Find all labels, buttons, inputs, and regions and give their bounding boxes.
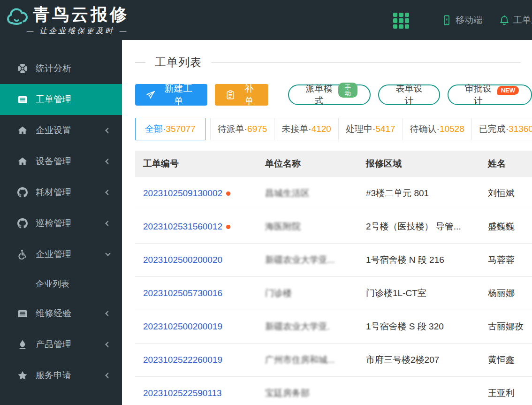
approval-design-button[interactable]: 审批设计 NEW <box>448 84 532 105</box>
table-row: 2023102531560012 海医附院 2号楼（医技楼） 导管... 盛巍巍 <box>135 210 532 244</box>
dispatch-mode-button[interactable]: 派单模式 手动 <box>288 84 371 105</box>
new-badge: NEW <box>497 86 519 95</box>
page-title-row: 工单列表 <box>135 55 521 70</box>
toolbar: 新建工单 补单 派单模式 手动 表单设计 审批设计 NEW <box>122 84 532 106</box>
sidebar-item-label: 产品管理 <box>36 338 71 351</box>
order-number-link[interactable]: 2023102500200019 <box>135 321 257 332</box>
reporter-name: 马蓉蓉 <box>480 254 532 266</box>
repair-area: #3楼二单元 801 <box>358 187 480 199</box>
chevron-left-icon <box>105 373 110 378</box>
sidebar-nav: 统计分析 工单管理 企业设置 设备管理 耗材管理 巡检管理 <box>0 40 122 405</box>
supplement-order-label: 补单 <box>240 82 258 107</box>
filter-label: 处理中 <box>346 123 372 135</box>
filter-tab-unaccepted[interactable]: 未接单·4120 <box>274 118 338 140</box>
sidebar-item-label: 设备管理 <box>36 155 71 168</box>
order-number-link[interactable]: 2023102531560012 <box>135 222 257 232</box>
filter-label: 已完成 <box>479 123 506 135</box>
status-filter-tabs: 全部·357077 待派单·6975 未接单·4120 处理中·5417 待确认… <box>122 118 532 140</box>
reporter-name: 刘恒斌 <box>480 187 532 199</box>
reporter-name: 古丽娜孜 <box>480 321 532 333</box>
sidebar-item-label: 耗材管理 <box>36 186 71 199</box>
sidebar-item-repair-experience[interactable]: 维修经验 <box>0 298 122 329</box>
sidebar-subitem-label: 企业列表 <box>36 278 69 290</box>
filter-label: 全部 <box>145 123 163 135</box>
notification-bell-icon <box>499 15 510 26</box>
filter-count: 357077 <box>166 124 195 134</box>
table-row: 2023102505730016 门诊楼 门诊楼1L-CT室 杨丽娜 <box>135 277 532 310</box>
unit-name: 昌城生活区 <box>257 187 358 199</box>
form-design-button[interactable]: 表单设计 <box>378 84 440 105</box>
brand-tagline: — 让企业维保更及时 — <box>16 26 138 36</box>
title-dash <box>135 62 145 63</box>
sidebar-item-workorders[interactable]: 工单管理 <box>0 84 122 115</box>
column-header-order-no: 工单编号 <box>135 158 257 170</box>
workorder-list-icon <box>17 94 28 105</box>
workorder-notify-label: 工单通知 <box>513 14 532 26</box>
chevron-down-icon <box>105 251 110 256</box>
repair-area: 1号宿舍楼 N 段 216 <box>358 254 480 266</box>
cloud-logo-icon <box>6 6 30 29</box>
table-row: 2023102522590113 宝廷房务部 王亚利 <box>135 377 532 405</box>
filter-tab-pending-confirm[interactable]: 待确认·10528 <box>403 118 471 140</box>
page-title: 工单列表 <box>155 55 202 70</box>
column-header-unit: 单位名称 <box>257 158 358 170</box>
unit-name: 新疆农业大学亚. <box>257 321 358 333</box>
filter-tab-all[interactable]: 全部·357077 <box>135 118 205 140</box>
status-dot <box>226 225 230 229</box>
form-design-label: 表单设计 <box>391 83 426 107</box>
filter-tab-completed[interactable]: 已完成·313603 <box>471 118 532 140</box>
paper-plane-icon <box>145 90 156 100</box>
filter-count: 4120 <box>312 124 331 134</box>
sidebar-item-product-mgmt[interactable]: 产品管理 <box>0 329 122 360</box>
sidebar-subitem-enterprise-list[interactable]: 企业列表 <box>0 270 122 298</box>
manual-badge: 手动 <box>338 83 358 98</box>
filter-tab-pending-dispatch[interactable]: 待派单·6975 <box>211 118 274 140</box>
chevron-left-icon <box>105 342 110 347</box>
sidebar-item-service-request[interactable]: 服务申请 <box>0 360 122 391</box>
order-number-link[interactable]: 2023102500200020 <box>135 255 257 265</box>
workorder-notify-link[interactable]: 工单通知 <box>499 0 532 40</box>
sidebar-item-consumables[interactable]: 耗材管理 <box>0 177 122 208</box>
chevron-left-icon <box>105 190 110 195</box>
order-number-link[interactable]: 2023102522590113 <box>135 388 257 398</box>
filter-tab-group: 待派单·6975 未接单·4120 处理中·5417 待确认·10528 已完成… <box>210 118 532 140</box>
unit-name: 海医附院 <box>257 221 358 233</box>
new-workorder-button[interactable]: 新建工单 <box>135 84 207 106</box>
filter-count: 10528 <box>440 124 464 134</box>
sidebar-item-stats[interactable]: 统计分析 <box>0 53 122 84</box>
brand-title: 青鸟云报修 <box>33 4 138 25</box>
sidebar-item-device-mgmt[interactable]: 设备管理 <box>0 146 122 177</box>
sidebar-item-inspection[interactable]: 巡检管理 <box>0 208 122 239</box>
filter-tab-processing[interactable]: 处理中·5417 <box>338 118 403 140</box>
table-row: 2023102500200020 新疆农业大学亚... 1号宿舍楼 N 段 21… <box>135 244 532 277</box>
sidebar-item-enterprise-settings[interactable]: 企业设置 <box>0 115 122 146</box>
supplement-order-button[interactable]: 补单 <box>215 84 268 106</box>
filter-label: 待确认 <box>410 123 437 135</box>
filter-count: 5417 <box>375 124 395 134</box>
table-header-row: 工单编号 单位名称 报修区域 姓名 <box>135 151 532 177</box>
unit-name: 新疆农业大学亚... <box>257 254 358 266</box>
mobile-phone-icon <box>441 15 452 26</box>
order-number-link[interactable]: 2023102509130002 <box>135 188 257 199</box>
order-number-link[interactable]: 2023102505730016 <box>135 288 257 298</box>
filter-label: 未接单 <box>281 123 308 135</box>
unit-name: 宝廷房务部 <box>257 387 358 399</box>
column-header-area: 报修区域 <box>358 158 480 170</box>
filter-count: 313603 <box>509 124 532 134</box>
repair-area: 市府三号楼2楼207 <box>358 354 480 366</box>
top-header: 青鸟云报修 — 让企业维保更及时 — 移动端 工单通知 <box>0 0 532 40</box>
reporter-name: 杨丽娜 <box>480 287 532 299</box>
sidebar-item-label: 巡检管理 <box>36 217 71 229</box>
sidebar-item-enterprise-mgmt[interactable]: 企业管理 <box>0 239 122 270</box>
github-icon <box>17 187 28 198</box>
mobile-link[interactable]: 移动端 <box>441 0 482 40</box>
chevron-left-icon <box>105 221 110 226</box>
list-icon <box>17 308 28 319</box>
app-grid-icon[interactable] <box>393 13 409 29</box>
mobile-link-label: 移动端 <box>456 14 482 26</box>
reporter-name: 盛巍巍 <box>480 221 532 233</box>
order-number-link[interactable]: 2023102522260019 <box>135 355 257 365</box>
github-icon <box>17 218 28 229</box>
workorder-table: 工单编号 单位名称 报修区域 姓名 2023102509130002 昌城生活区… <box>135 151 532 405</box>
table-row: 2023102500200019 新疆农业大学亚. 1号宿舍楼 S 段 320 … <box>135 310 532 344</box>
